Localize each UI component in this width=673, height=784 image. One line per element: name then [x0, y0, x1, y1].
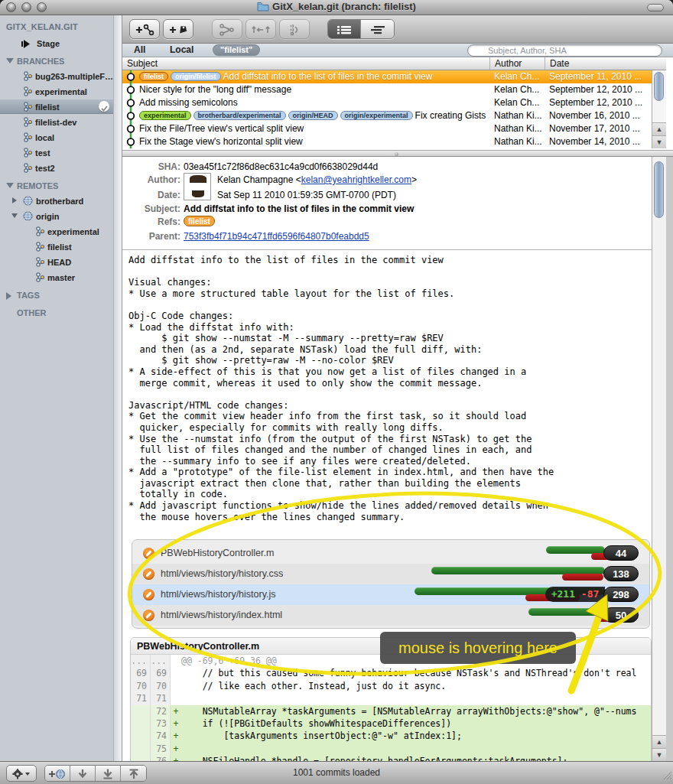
- sidebar-item-filelist-dev[interactable]: filelist-dev: [0, 114, 122, 129]
- diff-sign: [171, 692, 181, 704]
- sidebar-item-label: filelist: [35, 102, 60, 112]
- sidebar-item-filelist[interactable]: filelist: [0, 239, 122, 254]
- sidebar-item-brotherbard[interactable]: brotherbard: [0, 193, 122, 208]
- section-label: TAGS: [17, 291, 40, 300]
- sidebar-item-label: bug263-multipleF…: [35, 72, 113, 81]
- new-line-number: 69: [151, 667, 171, 679]
- commit-row[interactable]: filelistorigin/filelistAdd diffstat info…: [122, 70, 652, 83]
- scroll-up-arrow[interactable]: ▲: [652, 122, 666, 135]
- disclosure-triangle[interactable]: [6, 183, 14, 188]
- sidebar-section-branches[interactable]: BRANCHES: [0, 54, 122, 68]
- ref-badge: origin/HEAD: [288, 111, 338, 120]
- filter-all[interactable]: All: [134, 44, 145, 57]
- sidebar-item-experimental[interactable]: experimental: [0, 223, 122, 239]
- commit-table: Subject Author Date filelistorigin/filel…: [122, 57, 666, 148]
- file-row[interactable]: html/views/history/index.html50: [132, 605, 649, 626]
- sidebar-item-test2[interactable]: test2: [0, 160, 122, 175]
- toolbar-toggle-button[interactable]: [647, 4, 664, 11]
- diff-code: // but this caused some funny behaviour …: [181, 667, 651, 679]
- sidebar-item-label: local: [35, 133, 54, 142]
- commit-row[interactable]: Fix the File/Tree view's vertical split …: [122, 122, 652, 135]
- disclosure-triangle[interactable]: [6, 58, 14, 63]
- resize-grip[interactable]: [662, 769, 671, 782]
- sidebar-section-remotes[interactable]: REMOTES: [0, 179, 122, 193]
- commit-row[interactable]: Nicer style for the "long diff" messageK…: [122, 83, 652, 96]
- branch-icon: [23, 147, 32, 160]
- commit-row[interactable]: Fix the Stage view's horizontal split vi…: [122, 135, 652, 148]
- sidebar-item-label: test: [35, 148, 50, 158]
- sidebar-item-bug263-multiplef-[interactable]: bug263-multipleF…: [0, 68, 122, 83]
- sidebar-item-filelist[interactable]: filelist: [0, 99, 122, 114]
- diff-line: 7070 // like each other. Instead, just d…: [131, 680, 651, 692]
- file-row[interactable]: html/views/history/history.css138: [132, 564, 649, 584]
- sidebar-section-other[interactable]: OTHER: [0, 306, 122, 320]
- merge-icon: [218, 25, 236, 38]
- commit-date: November 14, 2010 ...: [549, 135, 652, 148]
- diff-code: [181, 692, 651, 704]
- column-subject[interactable]: Subject: [127, 58, 158, 69]
- new-line-number: 71: [151, 692, 171, 704]
- total-lines-badge: 44: [603, 545, 639, 561]
- commit-author: Nathan Ki...: [494, 122, 543, 135]
- commit-author: Nathan Ki...: [494, 109, 543, 122]
- sidebar-item-test[interactable]: test: [0, 145, 122, 160]
- rebase-button: [279, 19, 310, 39]
- remote-icon: [23, 195, 33, 208]
- add-branch-icon: [135, 25, 154, 38]
- flat-view-segment[interactable]: [361, 20, 394, 38]
- commit-detail-view: SHA: 03ea45f1c72f86d8ec631c4a9cd0f663802…: [122, 157, 673, 761]
- sidebar-item-label: brotherbard: [36, 197, 83, 206]
- branch-icon: [23, 132, 32, 145]
- commit-row[interactable]: Add missing semicolonsKelan Ch...Septemb…: [122, 96, 652, 109]
- detail-scrollbar[interactable]: ▲ ▼: [652, 157, 666, 761]
- sha-label: SHA:: [128, 161, 180, 172]
- branch-icon: [35, 256, 44, 269]
- column-date[interactable]: Date: [550, 58, 569, 69]
- ref-badge: origin/experimental: [340, 111, 413, 120]
- disclosure-triangle[interactable]: [11, 213, 18, 218]
- add-tag-icon: [168, 25, 188, 38]
- detail-scroll-thumb[interactable]: [654, 161, 664, 218]
- search-input[interactable]: Subject, Author, SHA: [467, 44, 662, 57]
- sidebar-item-head[interactable]: HEAD: [0, 254, 122, 269]
- detailed-view-segment[interactable]: [328, 20, 361, 38]
- filter-branch-pill[interactable]: "filelist": [213, 44, 260, 56]
- changed-files-list: PBWebHistoryController.m44html/views/his…: [132, 539, 650, 629]
- commit-list-scrollbar[interactable]: ▲ ▼: [652, 70, 666, 148]
- sidebar-item-stage[interactable]: Stage: [0, 35, 122, 50]
- disclosure-triangle[interactable]: [6, 292, 11, 300]
- commit-date: September 11, 2010 ...: [549, 70, 652, 83]
- diff-code: NSFileHandle *handle = [repository handl…: [181, 755, 651, 761]
- parent-sha-link[interactable]: 753f3fb4f71b94c471ffd6596f64807b0feabdd5: [184, 231, 369, 242]
- old-line-number: 71: [131, 692, 151, 704]
- titlebar[interactable]: GitX_kelan.git (branch: filelist): [0, 0, 673, 15]
- diff-line: 73+ if (![PBGitDefaults showWhitespaceDi…: [131, 717, 651, 730]
- commit-author: Kelan Ch...: [494, 96, 543, 109]
- scroll-down-arrow[interactable]: ▼: [652, 135, 666, 148]
- detail-scroll-down[interactable]: ▼: [652, 748, 666, 761]
- commit-author: Kelan Ch...: [494, 70, 543, 83]
- commit-list-scroll-thumb[interactable]: [654, 72, 664, 101]
- diffstat-hover-label: +211 -87: [545, 587, 605, 602]
- disclosure-triangle[interactable]: [12, 197, 17, 203]
- diff-code: @@ -69,6 +69,36 @@: [181, 655, 651, 667]
- modified-file-icon: [143, 610, 154, 621]
- sidebar-item-origin[interactable]: origin: [0, 208, 122, 223]
- filter-local[interactable]: Local: [170, 44, 193, 57]
- sidebar-scrollbar[interactable]: [113, 15, 122, 761]
- add-branch-button[interactable]: [129, 19, 160, 39]
- old-line-number: 69: [131, 667, 151, 679]
- author-email-link[interactable]: kelan@yeahrightkeller.com: [301, 174, 411, 185]
- sidebar-item-master[interactable]: master: [0, 269, 122, 285]
- sidebar-item-experimental[interactable]: experimental: [0, 83, 122, 99]
- column-author[interactable]: Author: [495, 58, 522, 69]
- horizontal-splitter[interactable]: [122, 150, 673, 157]
- file-row[interactable]: html/views/history/history.js+211 -87298: [132, 584, 649, 605]
- ref-badge: origin/filelist: [171, 72, 221, 81]
- add-tag-button[interactable]: [163, 19, 193, 39]
- sidebar-item-local[interactable]: local: [0, 129, 122, 145]
- file-row[interactable]: PBWebHistoryController.m44: [132, 543, 649, 564]
- sidebar-section-tags[interactable]: TAGS: [0, 288, 122, 302]
- commit-row[interactable]: experimentalbrotherbard/experimentalorig…: [122, 109, 652, 122]
- detail-scroll-up[interactable]: ▲: [652, 735, 666, 748]
